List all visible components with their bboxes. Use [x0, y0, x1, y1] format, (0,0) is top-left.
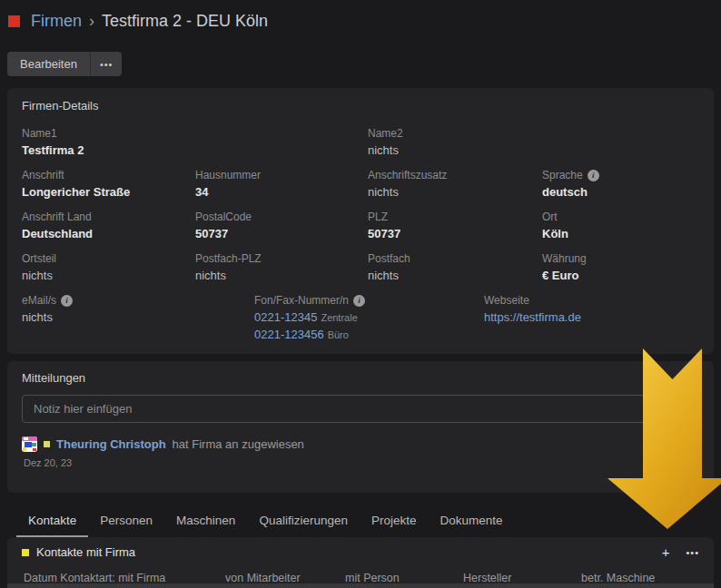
contacts-title: Kontakte mit Firma	[36, 545, 654, 559]
field-anschrift-land: Anschrift Land Deutschland	[22, 211, 195, 240]
field-anschriftszusatz: Anschriftszusatz nichts	[368, 169, 542, 199]
phone-link[interactable]: 0221-123456	[254, 328, 324, 341]
field-fon-fax: Fon/Fax-Nummer/ni 0221-12345Zentrale 022…	[254, 294, 484, 345]
field-hausnummer: Hausnummer 34	[195, 169, 368, 199]
edit-button[interactable]: Bearbeiten	[7, 52, 90, 76]
activity-action: hat Firma an zugewiesen	[173, 437, 304, 451]
tab-dokumente[interactable]: Dokumente	[428, 508, 514, 537]
breadcrumb: Firmen › Testfirma 2 - DEU Köln	[8, 12, 268, 31]
section-marker-icon	[22, 549, 29, 556]
contacts-header: Kontakte mit Firma + •••	[7, 537, 714, 560]
field-name1: Name1 Testfirma 2	[22, 127, 195, 157]
user-marker-icon	[44, 441, 50, 447]
field-ortsteil: Ortsteil nichts	[22, 252, 195, 282]
field-ort: Ort Köln	[542, 211, 699, 240]
panel-title-messages: Mitteilungen	[22, 371, 699, 385]
field-anschrift: Anschrift Longericher Straße	[22, 169, 195, 199]
phone-link[interactable]: 0221-12345	[254, 310, 317, 324]
avatar	[22, 436, 37, 452]
field-webseite: Webseite https://testfirma.de	[484, 294, 581, 345]
toolbar-more-button[interactable]: •••	[90, 52, 123, 76]
add-contact-button[interactable]: +	[654, 544, 678, 560]
tab-bar: Kontakte Personen Maschinen Qualifizieru…	[7, 508, 714, 537]
contacts-panel: Kontakte mit Firma + ••• Datum Kontaktar…	[7, 537, 714, 588]
tab-qualifizierungen[interactable]: Qualifizierungen	[247, 508, 360, 537]
tab-projekte[interactable]: Projekte	[360, 508, 429, 537]
contacts-table-header: Datum Kontaktart: mit Firma von Mitarbei…	[7, 572, 714, 584]
details-row-5: eMail/si nichts Fon/Fax-Nummer/ni 0221-1…	[22, 294, 699, 345]
company-marker-icon	[8, 15, 20, 27]
tab-kontakte[interactable]: Kontakte	[16, 508, 88, 537]
field-name2: Name2 nichts	[368, 127, 542, 157]
activity-item: Theuring Christoph hat Firma an zugewies…	[22, 436, 699, 452]
field-waehrung: Währung € Euro	[542, 252, 699, 282]
field-sprache: Sprachei deutsch	[542, 169, 699, 199]
contacts-more-button[interactable]: •••	[677, 547, 701, 558]
breadcrumb-link-firmen[interactable]: Firmen	[31, 12, 82, 31]
info-icon[interactable]: i	[588, 170, 599, 181]
toolbar: Bearbeiten •••	[7, 52, 122, 76]
details-row-2: Anschrift Longericher Straße Hausnummer …	[22, 169, 699, 199]
details-row-4: Ortsteil nichts Postfach-PLZ nichts Post…	[22, 252, 699, 282]
col-von-mitarbeiter: von Mitarbeiter	[225, 572, 345, 584]
breadcrumb-separator: ›	[89, 12, 94, 31]
phone-number-2: 0221-123456Büro	[254, 328, 484, 341]
table-divider	[7, 583, 714, 588]
messages-panel: Mitteilungen ••• Theuring Christoph hat …	[7, 361, 714, 493]
field-plz: PLZ 50737	[368, 211, 542, 240]
details-row-3: Anschrift Land Deutschland PostalCode 50…	[22, 211, 699, 240]
activity-date: Dez 20, 23	[24, 457, 699, 468]
messages-more-button[interactable]: •••	[689, 369, 703, 380]
col-hersteller: Hersteller	[463, 572, 581, 584]
col-mit-person: mit Person	[345, 572, 463, 584]
col-betr-maschine: betr. Maschine	[581, 572, 714, 584]
field-postfach: Postfach nichts	[368, 252, 542, 282]
field-email: eMail/si nichts	[22, 294, 254, 345]
tab-personen[interactable]: Personen	[88, 508, 164, 537]
note-input[interactable]	[22, 395, 699, 423]
info-icon[interactable]: i	[353, 295, 365, 307]
page-title: Testfirma 2 - DEU Köln	[102, 12, 268, 31]
col-datum-kontaktart: Datum Kontaktart: mit Firma	[24, 572, 225, 584]
company-details-panel: Firmen-Details Name1 Testfirma 2 Name2 n…	[7, 88, 714, 354]
panel-title-details: Firmen-Details	[22, 99, 699, 113]
activity-user-link[interactable]: Theuring Christoph	[56, 437, 166, 451]
tab-maschinen[interactable]: Maschinen	[164, 508, 247, 537]
field-postfach-plz: Postfach-PLZ nichts	[195, 252, 368, 282]
field-postalcode: PostalCode 50737	[195, 211, 368, 240]
website-link[interactable]: https://testfirma.de	[484, 310, 581, 324]
info-icon[interactable]: i	[61, 295, 73, 307]
details-row-1: Name1 Testfirma 2 Name2 nichts	[22, 127, 699, 157]
phone-number-1: 0221-12345Zentrale	[254, 310, 484, 324]
